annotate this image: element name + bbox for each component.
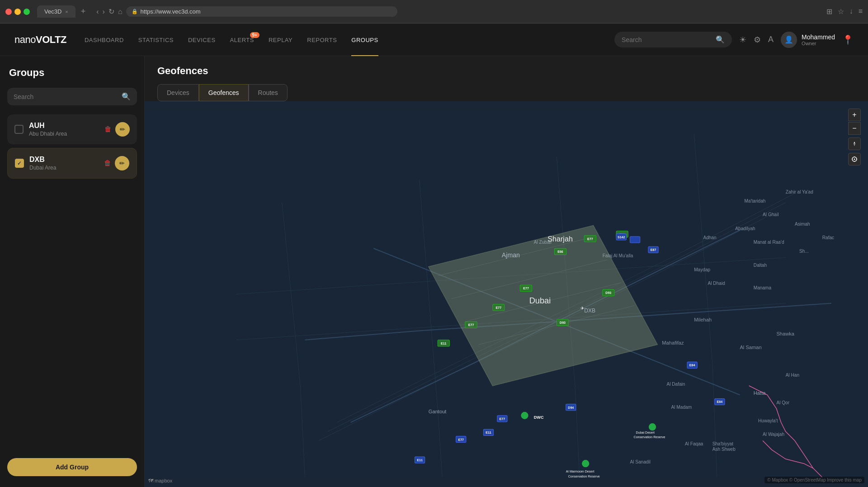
search-icon[interactable]: 🔍	[716, 35, 725, 44]
svg-text:Al Qor: Al Qor	[776, 400, 789, 405]
svg-text:E84: E84	[717, 401, 723, 404]
extensions-icon[interactable]: ⊞	[826, 7, 832, 16]
new-tab-button[interactable]: +	[81, 7, 86, 16]
tabs: Devices Geofences Routes	[157, 84, 855, 101]
svg-text:E77: E77	[468, 323, 474, 327]
app: nanoVOLTZ DASHBOARD STATISTICS DEVICES A…	[0, 24, 868, 487]
browser-actions: ⊞ ☆ ↓ ≡	[826, 7, 863, 16]
svg-text:✈: ✈	[580, 306, 584, 311]
svg-text:DXB: DXB	[584, 307, 595, 314]
content-area: Geofences Devices Geofences Routes	[145, 56, 868, 487]
group-checkbox-dxb[interactable]: ✓	[15, 159, 24, 168]
download-icon[interactable]: ↓	[849, 7, 853, 16]
group-item-dxb[interactable]: ✓ DXB Dubai Area 🗑 ✏	[7, 148, 137, 179]
edit-group-dxb[interactable]: ✏	[115, 156, 129, 170]
nav-item-groups[interactable]: GROUPS	[351, 37, 378, 45]
zoom-in-button[interactable]: +	[848, 109, 861, 121]
svg-text:Zahir al Ya'ad: Zahir al Ya'ad	[786, 189, 813, 194]
svg-text:Rafac: Rafac	[822, 235, 834, 240]
svg-text:Al Faqaa: Al Faqaa	[685, 441, 703, 446]
dot-red[interactable]	[5, 9, 12, 15]
svg-text:Sh...: Sh...	[799, 249, 809, 254]
svg-marker-87	[854, 142, 855, 144]
tab-devices[interactable]: Devices	[157, 84, 199, 101]
page-title: Geofences	[157, 65, 855, 77]
user-name: Mohammed	[802, 33, 835, 41]
edit-group-auh[interactable]: ✏	[115, 122, 130, 137]
tab-geofences[interactable]: Geofences	[199, 84, 249, 101]
group-item-auh[interactable]: AUH Abu Dhabi Area 🗑 ✏	[7, 114, 137, 144]
nav-item-reports[interactable]: REPORTS	[307, 37, 337, 45]
delete-group-auh[interactable]: 🗑	[104, 125, 112, 133]
dot-yellow[interactable]	[14, 9, 21, 15]
compass-button[interactable]	[848, 137, 861, 150]
main-layout: Groups 🔍 AUH Abu Dhabi Area 🗑 ✏	[0, 56, 868, 487]
group-name-auh: AUH	[29, 122, 99, 130]
svg-text:Al Wajajah: Al Wajajah	[763, 432, 784, 437]
add-group-button[interactable]: Add Group	[7, 458, 137, 476]
tab-title: Vec3D	[44, 8, 61, 15]
svg-text:E11: E11	[441, 342, 447, 345]
svg-text:Al Madam: Al Madam	[671, 405, 692, 410]
sidebar-search: 🔍	[7, 88, 137, 105]
nav-item-dashboard[interactable]: DASHBOARD	[85, 37, 124, 45]
home-button[interactable]: ⌂	[118, 8, 123, 16]
search-input[interactable]	[622, 36, 712, 43]
location-icon[interactable]: 📍	[842, 34, 854, 45]
browser-tab[interactable]: Vec3D ×	[37, 5, 75, 18]
svg-text:Al Dhaid: Al Dhaid	[708, 281, 725, 286]
map-attribution[interactable]: © Mapbox © OpenStreetMap Improve this ma…	[764, 477, 864, 483]
nav-item-wrapper-groups: GROUPS	[351, 36, 378, 44]
nav-item-wrapper-replay: REPLAY	[269, 36, 292, 44]
svg-text:Conservation Reserve: Conservation Reserve	[634, 435, 665, 439]
settings-icon[interactable]: ⚙	[754, 35, 761, 45]
url-text: https://www.vec3d.com	[141, 8, 201, 15]
svg-text:Sha'biyyat: Sha'biyyat	[712, 441, 734, 446]
star-icon[interactable]: ☆	[838, 7, 844, 16]
svg-text:E87: E87	[651, 248, 656, 252]
group-actions-dxb: 🗑 ✏	[104, 156, 129, 170]
tab-close-icon[interactable]: ×	[65, 9, 68, 14]
svg-text:D94: D94	[568, 406, 574, 410]
nav-item-replay[interactable]: REPLAY	[269, 37, 292, 45]
svg-text:E66: E66	[557, 250, 563, 254]
address-bar[interactable]: 🔒 https://www.vec3d.com	[126, 6, 397, 17]
svg-text:Al Sanadil: Al Sanadil	[630, 459, 651, 464]
delete-group-dxb[interactable]: 🗑	[104, 159, 111, 167]
svg-marker-88	[854, 144, 855, 146]
svg-text:Daltah: Daltah	[754, 263, 767, 268]
svg-text:E77: E77	[500, 417, 505, 421]
brightness-icon[interactable]: ☀	[739, 35, 746, 45]
svg-text:Al Han: Al Han	[786, 373, 799, 378]
nav-item-alerts[interactable]: ALERTS	[230, 37, 254, 45]
svg-text:Asimah: Asimah	[795, 222, 810, 227]
svg-point-48	[582, 460, 589, 467]
nav-item-wrapper-dashboard: DASHBOARD	[85, 36, 124, 44]
group-checkbox-auh[interactable]	[14, 125, 24, 134]
menu-icon[interactable]: ≡	[859, 7, 863, 16]
svg-text:Gantout: Gantout	[429, 409, 447, 414]
sidebar-search-icon[interactable]: 🔍	[122, 92, 131, 101]
nav-item-statistics[interactable]: STATISTICS	[138, 37, 174, 45]
user-role: Owner	[802, 41, 835, 46]
svg-rect-30	[630, 236, 640, 243]
nav-item-devices[interactable]: DEVICES	[188, 37, 216, 45]
sidebar-search-input[interactable]	[14, 93, 118, 100]
svg-text:Manat al Raa'd: Manat al Raa'd	[754, 240, 784, 245]
topnav: nanoVOLTZ DASHBOARD STATISTICS DEVICES A…	[0, 24, 868, 56]
svg-text:Adhan: Adhan	[703, 235, 716, 240]
nav-item-wrapper-statistics: STATISTICS	[138, 36, 174, 44]
back-button[interactable]: ‹	[96, 8, 99, 16]
forward-button[interactable]: ›	[103, 8, 105, 16]
translate-icon[interactable]: A	[768, 35, 774, 44]
map-svg: E11 E77 E66 E77 E77 E77 E11 D93 D93	[145, 101, 868, 487]
sidebar-title: Groups	[7, 67, 137, 79]
group-desc-dxb: Dubai Area	[29, 165, 99, 171]
topnav-icons: ☀ ⚙ A	[739, 35, 774, 45]
locate-button[interactable]	[848, 153, 861, 165]
refresh-button[interactable]: ↻	[108, 7, 114, 16]
zoom-out-button[interactable]: −	[848, 122, 861, 135]
tab-routes[interactable]: Routes	[249, 84, 288, 101]
svg-text:Falaj Al Mu'alla: Falaj Al Mu'alla	[603, 253, 633, 258]
dot-green[interactable]	[24, 9, 30, 15]
